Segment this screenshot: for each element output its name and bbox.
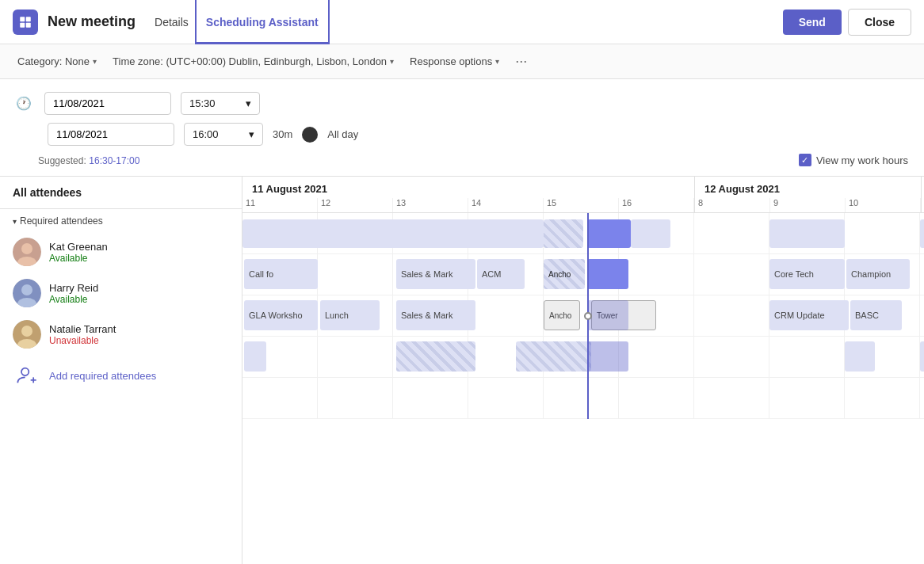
svg-point-5	[21, 243, 32, 254]
current-time-line	[587, 213, 589, 419]
duration-badge: 30m	[273, 128, 292, 140]
hour-cell: 15	[544, 198, 619, 212]
hour-cell: 14	[468, 198, 544, 212]
attendee-name: Kat Greenan	[49, 241, 229, 253]
suggested-prefix: Suggested:	[38, 155, 86, 166]
send-button[interactable]: Send	[783, 10, 842, 35]
attendee-status: Unavailable	[49, 335, 229, 346]
attendee-status: Available	[49, 253, 229, 264]
hour-cell: 11	[242, 198, 318, 212]
event-gla-worksho: GLA Worksho	[244, 300, 318, 330]
view-hours-checkbox[interactable]	[799, 154, 811, 166]
natalie-block-2	[845, 341, 875, 372]
allday-toggle[interactable]	[302, 127, 318, 143]
natalie-block-1	[244, 341, 266, 372]
toolbar: Category: None ▾ Time zone: (UTC+00:00) …	[0, 44, 924, 79]
grid-header: 11 August 2021 11 12 13 14 15 16 12 Augu…	[242, 177, 924, 213]
suggested-time[interactable]: 16:30-17:00	[89, 155, 139, 166]
event-selected-harry	[587, 300, 628, 330]
combined-busy-block	[242, 219, 544, 248]
grid-rows: Call fo Sales & Mark ACM Ancho Core Tech…	[242, 213, 924, 419]
attendee-row: Harry Reid Available	[0, 272, 242, 314]
date-label-2: 12 August 2021	[695, 177, 921, 198]
event-selected-kat	[587, 259, 628, 289]
event-lunch: Lunch	[320, 300, 380, 330]
event-sales-mark-2: Sales & Mark	[396, 300, 475, 330]
date-group-1: 11 August 2021 11 12 13 14 15 16	[242, 177, 695, 212]
harry-row: GLA Worksho Lunch Sales & Mark Ancho Tow…	[242, 295, 924, 337]
hour-cell: 9	[770, 198, 846, 212]
meeting-title: New meeting	[48, 13, 136, 30]
natalie-block-3	[920, 341, 924, 372]
app-icon	[13, 10, 38, 35]
selected-time-block	[587, 219, 631, 248]
hour-cell: 8	[695, 198, 770, 212]
clock-icon: 🕐	[16, 96, 32, 111]
allday-label: All day	[327, 128, 358, 140]
response-chevron-icon: ▾	[495, 57, 499, 66]
svg-rect-1	[26, 17, 31, 21]
response-options-dropdown[interactable]: Response options ▾	[405, 52, 504, 70]
event-crm-update: CRM Update	[769, 300, 849, 330]
calendar-area: All attendees ▾ Required attendees Kat G…	[0, 177, 924, 564]
attendee-row: Natalie Tarrant Unavailable	[0, 314, 242, 355]
hour-cell: 16	[619, 198, 694, 212]
event-basc: BASC	[850, 300, 902, 330]
add-required-attendees-button[interactable]: Add required attendees	[0, 355, 242, 396]
start-datetime-row: 🕐 15:30 ▾	[16, 92, 908, 115]
grid-hours-1: 11 12 13 14 15 16	[242, 198, 694, 212]
more-options-button[interactable]: ···	[510, 53, 532, 70]
event-anchor-harry: Ancho	[544, 300, 580, 330]
end-time-chevron-icon: ▾	[249, 128, 254, 140]
hour-cell: 12	[318, 198, 393, 212]
view-my-work-hours[interactable]: View my work hours	[799, 154, 908, 166]
natalie-hatched-2	[516, 341, 591, 372]
attendees-header: All attendees	[0, 177, 242, 209]
start-time-select[interactable]: 15:30 ▾	[181, 92, 260, 115]
day2-busy-block-2	[920, 219, 924, 248]
natalie-selected	[587, 341, 628, 372]
event-core-tech: Core Tech	[769, 259, 845, 289]
event-sales-mark-1: Sales & Mark	[396, 259, 475, 289]
timezone-dropdown[interactable]: Time zone: (UTC+00:00) Dublin, Edinburgh…	[108, 52, 399, 70]
date-group-2: 12 August 2021 8 9 10	[695, 177, 922, 212]
event-call-fo: Call fo	[244, 259, 318, 289]
svg-rect-2	[20, 22, 25, 27]
combined-hatched-block	[544, 219, 583, 248]
suggested-row: Suggested: 16:30-17:00 View my work hour…	[16, 154, 908, 166]
all-attendees-row	[242, 213, 924, 254]
combined-busy-block-2	[631, 219, 670, 248]
hour-cell: 10	[846, 198, 921, 212]
grid-hours-2: 8 9 10	[695, 198, 921, 212]
empty-row	[242, 378, 924, 419]
start-date-input[interactable]	[44, 92, 171, 115]
close-button[interactable]: Close	[848, 9, 911, 36]
event-champion: Champion	[846, 259, 910, 289]
header: New meeting Details Scheduling Assistant…	[0, 0, 924, 44]
time-chevron-icon: ▾	[246, 97, 251, 109]
section-arrow-icon: ▾	[13, 217, 17, 226]
category-chevron-icon: ▾	[93, 57, 97, 66]
timezone-chevron-icon: ▾	[390, 57, 394, 66]
attendee-row: Kat Greenan Available	[0, 231, 242, 272]
datetime-section: 🕐 15:30 ▾ 16:00 ▾ 30m All day Suggested:…	[0, 79, 924, 177]
category-dropdown[interactable]: Category: None ▾	[13, 52, 101, 70]
tab-scheduling-assistant[interactable]: Scheduling Assistant	[195, 0, 330, 44]
current-time-dot	[584, 312, 592, 320]
svg-point-13	[21, 368, 29, 375]
hour-cell: 13	[393, 198, 468, 212]
event-acm: ACM	[477, 259, 525, 289]
required-attendees-section[interactable]: ▾ Required attendees	[0, 209, 242, 231]
end-date-input[interactable]	[48, 123, 174, 146]
grid-panel: 11 August 2021 11 12 13 14 15 16 12 Augu…	[242, 177, 924, 564]
svg-rect-0	[20, 17, 25, 21]
event-anchor-kat: Ancho	[544, 259, 585, 289]
svg-point-8	[21, 284, 32, 295]
attendee-name: Natalie Tarrant	[49, 323, 229, 335]
avatar	[13, 279, 41, 307]
end-datetime-row: 16:00 ▾ 30m All day	[16, 123, 908, 146]
add-attendee-icon	[13, 361, 41, 390]
attendee-status: Available	[49, 294, 229, 305]
tab-details[interactable]: Details	[148, 0, 195, 44]
end-time-select[interactable]: 16:00 ▾	[184, 123, 263, 146]
